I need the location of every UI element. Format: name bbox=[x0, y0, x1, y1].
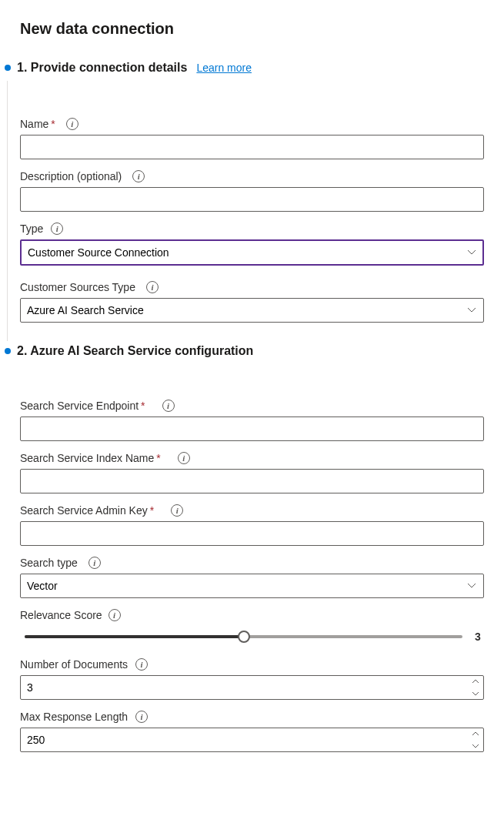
info-icon[interactable]: i bbox=[132, 170, 145, 182]
bullet-icon bbox=[5, 65, 11, 71]
index-label: Search Service Index Name bbox=[20, 452, 154, 464]
name-input[interactable] bbox=[20, 135, 484, 159]
field-customer-sources-type: Customer Sources Type i Azure AI Search … bbox=[20, 281, 484, 323]
relevance-label: Relevance Score bbox=[20, 609, 102, 621]
section-1-header: 1. Provide connection details Learn more bbox=[0, 61, 504, 75]
info-icon[interactable]: i bbox=[146, 281, 159, 293]
adminkey-input[interactable] bbox=[20, 521, 484, 546]
info-icon[interactable]: i bbox=[108, 609, 121, 621]
bullet-icon bbox=[5, 348, 11, 354]
info-icon[interactable]: i bbox=[51, 222, 63, 235]
maxresp-input[interactable] bbox=[20, 728, 484, 752]
info-icon[interactable]: i bbox=[135, 658, 148, 671]
index-input[interactable] bbox=[20, 469, 484, 493]
type-label: Type bbox=[20, 222, 43, 235]
cust-src-type-select[interactable]: Azure AI Search Service bbox=[20, 298, 484, 323]
learn-more-link[interactable]: Learn more bbox=[196, 62, 252, 74]
name-label: Name bbox=[20, 118, 48, 130]
slider-thumb[interactable] bbox=[238, 631, 250, 643]
field-description: Description (optional) i bbox=[20, 170, 484, 212]
endpoint-label: Search Service Endpoint bbox=[20, 400, 139, 412]
maxresp-up-button[interactable] bbox=[468, 728, 483, 740]
relevance-value: 3 bbox=[475, 631, 484, 643]
info-icon[interactable]: i bbox=[66, 118, 78, 130]
description-label: Description (optional) bbox=[20, 170, 122, 182]
maxresp-label: Max Response Length bbox=[20, 711, 128, 723]
section-connector-line bbox=[7, 81, 8, 341]
info-icon[interactable]: i bbox=[88, 557, 101, 569]
section-1-title: 1. Provide connection details bbox=[17, 61, 187, 75]
description-input[interactable] bbox=[20, 187, 484, 212]
section-2-body: Search Service Endpoint * i Search Servi… bbox=[0, 400, 504, 752]
searchtype-value: Vector bbox=[27, 580, 58, 592]
info-icon[interactable]: i bbox=[171, 504, 183, 517]
info-icon[interactable]: i bbox=[135, 711, 148, 723]
field-relevance-score: Relevance Score i 3 bbox=[20, 609, 484, 647]
page-title: New data connection bbox=[0, 0, 504, 38]
field-max-response: Max Response Length i bbox=[20, 711, 484, 752]
section-1-body: Name * i Description (optional) i Type i… bbox=[0, 118, 504, 323]
cust-src-type-value: Azure AI Search Service bbox=[27, 304, 144, 316]
required-marker: * bbox=[141, 400, 145, 412]
relevance-slider[interactable] bbox=[25, 629, 462, 644]
required-marker: * bbox=[51, 118, 55, 130]
endpoint-input[interactable] bbox=[20, 416, 484, 441]
maxresp-down-button[interactable] bbox=[468, 740, 483, 751]
type-select[interactable]: Customer Source Connection bbox=[20, 239, 484, 266]
field-endpoint: Search Service Endpoint * i bbox=[20, 400, 484, 441]
numdocs-label: Number of Documents bbox=[20, 658, 128, 671]
cust-src-type-label: Customer Sources Type bbox=[20, 281, 135, 293]
numdocs-down-button[interactable] bbox=[468, 687, 483, 699]
info-icon[interactable]: i bbox=[178, 452, 190, 464]
searchtype-label: Search type bbox=[20, 557, 78, 569]
type-select-value: Customer Source Connection bbox=[28, 246, 169, 259]
numdocs-input[interactable] bbox=[20, 675, 484, 700]
field-type: Type i Customer Source Connection bbox=[20, 222, 484, 266]
required-marker: * bbox=[150, 504, 154, 517]
adminkey-label: Search Service Admin Key bbox=[20, 504, 148, 517]
field-name: Name * i bbox=[20, 118, 484, 159]
section-2-header: 2. Azure AI Search Service configuration bbox=[0, 344, 504, 358]
required-marker: * bbox=[156, 452, 160, 464]
field-search-type: Search type i Vector bbox=[20, 557, 484, 598]
searchtype-select[interactable]: Vector bbox=[20, 574, 484, 598]
info-icon[interactable]: i bbox=[162, 400, 175, 412]
field-num-docs: Number of Documents i bbox=[20, 658, 484, 700]
field-index-name: Search Service Index Name * i bbox=[20, 452, 484, 493]
numdocs-up-button[interactable] bbox=[468, 676, 483, 687]
section-2-title: 2. Azure AI Search Service configuration bbox=[17, 344, 253, 358]
field-admin-key: Search Service Admin Key * i bbox=[20, 504, 484, 546]
